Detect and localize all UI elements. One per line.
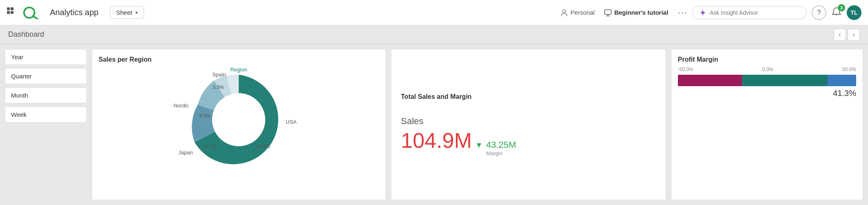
nav-right: ? 3 TL [692, 5, 861, 20]
profit-bar [678, 75, 856, 86]
next-sheet-button[interactable]: › [848, 29, 860, 41]
svg-rect-3 [11, 11, 13, 14]
svg-text:45.5%: 45.5% [256, 144, 270, 149]
donut-svg: USA Japan Nordic Spain 45.5% 11.3% 9.9% … [99, 67, 379, 173]
chart-sales-region-title: Sales per Region [99, 56, 379, 63]
filter-month[interactable]: Month [5, 87, 87, 103]
svg-text:11.3%: 11.3% [203, 144, 217, 149]
question-icon: ? [817, 9, 821, 17]
insight-input[interactable] [710, 9, 792, 16]
qlik-logo [22, 6, 42, 19]
svg-text:Spain: Spain [212, 71, 226, 78]
dashboard-title: Dashboard [8, 30, 44, 39]
prev-sheet-button[interactable]: ‹ [834, 29, 846, 41]
nav-center: Personal Beginner's tutorial ··· [561, 8, 687, 17]
sales-value-row: 104.9M ▾ 43.25M Margin [401, 130, 656, 156]
profit-axis-labels: -50.0% 0.0% 50.0% [678, 67, 856, 72]
main-content: Year Quarter Month Week Sales per Region… [0, 44, 868, 205]
svg-text:9.9%: 9.9% [200, 113, 211, 119]
chevron-down-icon: ▾ [135, 10, 138, 16]
chart-profit-margin: Profit Margin -50.0% 0.0% 50.0% 41.3% [671, 49, 863, 200]
profit-axis-center: 0.0% [762, 67, 773, 72]
svg-text:Japan: Japan [178, 149, 193, 156]
svg-text:3.3%: 3.3% [213, 85, 224, 90]
help-button[interactable]: ? [812, 5, 826, 20]
more-options-button[interactable]: ··· [678, 8, 687, 17]
profit-bar-teal [742, 75, 828, 86]
personal-button[interactable]: Personal [561, 9, 594, 16]
svg-rect-0 [7, 7, 10, 10]
svg-point-6 [563, 10, 566, 13]
profit-bar-magenta [678, 75, 742, 86]
svg-rect-7 [605, 10, 611, 14]
chart-sales-region: Sales per Region Region [92, 49, 386, 200]
notification-badge: 3 [838, 4, 845, 11]
sparkle-icon [699, 9, 707, 16]
svg-text:Nordic: Nordic [173, 102, 189, 109]
margin-container: 43.25M Margin [486, 140, 516, 156]
subheader: Dashboard ‹ › [0, 25, 868, 44]
charts-area: Sales per Region Region [92, 49, 863, 200]
chart-total-sales: Total Sales and Margin Sales 104.9M ▾ 43… [391, 49, 666, 200]
sheet-dropdown[interactable]: Sheet ▾ [110, 6, 144, 19]
sheet-navigation: ‹ › [834, 29, 860, 41]
grid-icon[interactable] [7, 7, 16, 18]
filter-quarter[interactable]: Quarter [5, 68, 87, 84]
sales-trend-icon: ▾ [477, 140, 481, 150]
filter-year[interactable]: Year [5, 49, 87, 65]
margin-value: 43.25M [486, 140, 516, 150]
filter-sidebar: Year Quarter Month Week [5, 49, 87, 200]
personal-label: Personal [570, 9, 594, 16]
svg-rect-1 [11, 7, 13, 10]
svg-line-5 [33, 16, 38, 19]
chart-profit-margin-title: Profit Margin [678, 56, 856, 63]
app-title: Analytics app [50, 8, 99, 17]
margin-label: Margin [486, 150, 502, 156]
profit-percentage: 41.3% [678, 89, 856, 98]
sheet-label: Sheet [116, 9, 132, 16]
notification-container: 3 [831, 7, 842, 19]
donut-chart: Region USA [99, 67, 379, 173]
top-navigation: Analytics app Sheet ▾ Personal Beginner'… [0, 0, 868, 25]
monitor-icon [604, 9, 612, 16]
profit-axis-left: -50.0% [678, 67, 693, 72]
svg-point-10 [212, 93, 265, 146]
svg-rect-2 [7, 11, 10, 14]
profit-bar-blue [828, 75, 856, 86]
tutorial-button[interactable]: Beginner's tutorial [604, 9, 668, 16]
chart-total-sales-title: Total Sales and Margin [401, 93, 656, 100]
personal-icon [561, 9, 568, 16]
sales-big-value: 104.9M [401, 130, 472, 151]
sales-label: Sales [401, 116, 656, 127]
insight-advisor-search[interactable] [692, 6, 807, 19]
filter-week[interactable]: Week [5, 107, 87, 123]
user-avatar[interactable]: TL [847, 5, 861, 20]
svg-text:USA: USA [286, 119, 297, 125]
profit-axis-right: 50.0% [842, 67, 856, 72]
tutorial-label: Beginner's tutorial [614, 9, 668, 16]
region-legend-label: Region [230, 67, 247, 73]
